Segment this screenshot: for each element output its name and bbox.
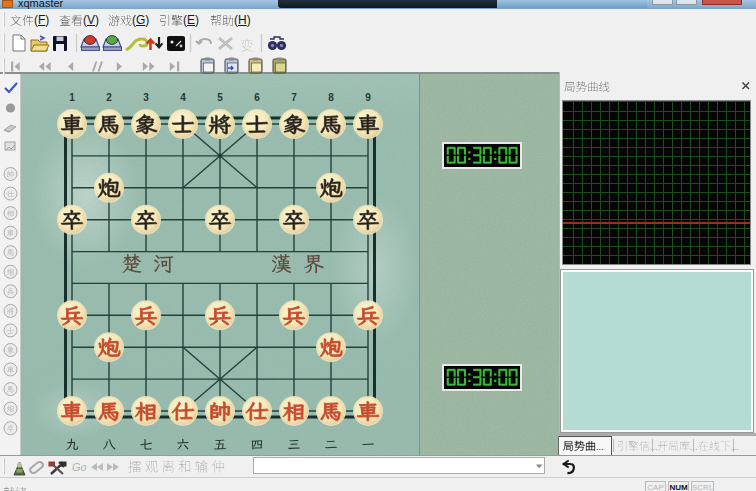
svg-text:2: 2 (106, 92, 112, 103)
svg-text:6: 6 (254, 92, 260, 103)
svg-text:...: ... (650, 442, 658, 452)
svg-text:...: ... (596, 442, 604, 452)
svg-text:9: 9 (365, 92, 371, 103)
svg-text:3: 3 (143, 92, 149, 103)
svg-text:8: 8 (328, 92, 334, 103)
svg-text:...: ... (731, 442, 739, 452)
svg-text:7: 7 (291, 92, 297, 103)
svg-text:5: 5 (217, 92, 223, 103)
svg-text:1: 1 (69, 92, 75, 103)
svg-text:...: ... (690, 442, 698, 452)
svg-text:4: 4 (180, 92, 186, 103)
svg-text:Go: Go (72, 461, 87, 473)
